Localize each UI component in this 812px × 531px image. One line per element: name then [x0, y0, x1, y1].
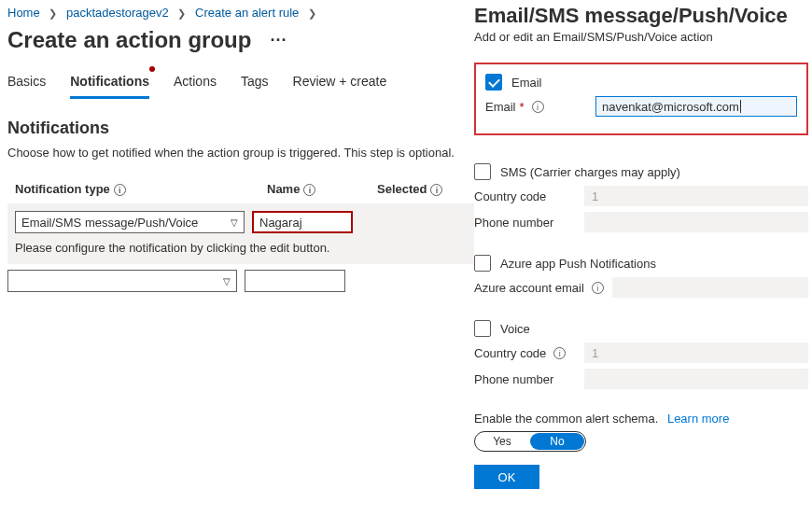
config-message: Please configure the notification by cli…	[15, 241, 467, 255]
sms-checkbox[interactable]	[474, 163, 491, 180]
breadcrumb-storage[interactable]: packtadestoragev2	[66, 6, 169, 20]
tabs: Basics Notifications Actions Tags Review…	[7, 66, 474, 100]
info-icon[interactable]: i	[114, 184, 126, 196]
notification-type-select-empty[interactable]: ▽	[7, 270, 237, 292]
email-input[interactable]: navenkat@microsoft.com	[595, 96, 797, 117]
voice-phone-label: Phone number	[474, 372, 577, 386]
info-icon[interactable]: i	[553, 347, 566, 359]
breadcrumb: Home ❯ packtadestoragev2 ❯ Create an ale…	[7, 4, 474, 25]
email-checkbox-label: Email	[511, 76, 542, 90]
voice-checkbox[interactable]	[474, 320, 491, 337]
info-icon[interactable]: i	[532, 101, 544, 113]
tab-notifications[interactable]: Notifications	[70, 66, 149, 99]
breadcrumb-alertrule[interactable]: Create an alert rule	[195, 6, 299, 20]
schema-toggle[interactable]: Yes No	[474, 431, 586, 452]
schema-section: Enable the common alert schema. Learn mo…	[474, 412, 812, 452]
push-email-input[interactable]	[612, 277, 808, 298]
notification-name-input[interactable]: Nagaraj	[252, 211, 353, 233]
voice-checkbox-label: Voice	[500, 322, 530, 336]
voice-country-code-label: Country code i	[474, 346, 577, 360]
push-email-label: Azure account email i	[474, 281, 605, 295]
chevron-right-icon: ❯	[308, 7, 316, 19]
notification-name-input-empty[interactable]	[245, 270, 345, 292]
panel-title: Email/SMS message/Push/Voice	[474, 0, 812, 28]
chevron-down-icon: ▽	[231, 217, 238, 228]
tab-basics[interactable]: Basics	[7, 66, 46, 99]
sms-country-code-label: Country code	[474, 189, 577, 203]
push-checkbox-label: Azure app Push Notifications	[500, 257, 656, 271]
info-icon[interactable]: i	[592, 282, 604, 294]
panel-subtitle: Add or edit an Email/SMS/Push/Voice acti…	[474, 30, 812, 44]
tab-tags[interactable]: Tags	[241, 66, 269, 99]
learn-more-link[interactable]: Learn more	[667, 412, 729, 426]
notification-type-select[interactable]: Email/SMS message/Push/Voice ▽	[15, 211, 245, 233]
sms-country-code-input[interactable]: 1	[584, 186, 808, 206]
more-menu-icon[interactable]: ···	[270, 31, 287, 50]
highlight-box: Email Email * i navenkat@microsoft.com	[474, 63, 808, 135]
push-checkbox[interactable]	[474, 255, 491, 272]
section-desc: Choose how to get notified when the acti…	[7, 146, 474, 160]
chevron-right-icon: ❯	[177, 7, 186, 19]
chevron-down-icon: ▽	[223, 276, 231, 286]
voice-phone-input[interactable]	[584, 369, 808, 389]
schema-toggle-yes[interactable]: Yes	[475, 432, 529, 451]
tab-actions[interactable]: Actions	[174, 66, 217, 99]
sms-phone-input[interactable]	[584, 212, 808, 232]
email-field-label: Email * i	[485, 100, 588, 114]
chevron-right-icon: ❯	[49, 7, 57, 19]
sms-phone-label: Phone number	[474, 216, 577, 230]
notifications-rows: Email/SMS message/Push/Voice ▽ Nagaraj P…	[7, 203, 474, 264]
table-row: Email/SMS message/Push/Voice ▽ Nagaraj	[15, 211, 467, 233]
page-title: Create an action group ···	[7, 27, 474, 53]
email-checkbox[interactable]	[485, 74, 502, 91]
tab-review[interactable]: Review + create	[293, 66, 387, 99]
ok-button[interactable]: OK	[474, 465, 539, 489]
sms-checkbox-label: SMS (Carrier charges may apply)	[500, 165, 680, 179]
info-icon[interactable]: i	[303, 184, 315, 196]
section-title: Notifications	[7, 119, 474, 138]
table-row-empty: ▽	[7, 270, 474, 292]
schema-toggle-no[interactable]: No	[530, 433, 584, 450]
voice-country-code-input[interactable]: 1	[584, 342, 808, 363]
breadcrumb-home[interactable]: Home	[7, 6, 40, 20]
table-header: Notification typei Namei Selectedi	[7, 182, 474, 203]
info-icon[interactable]: i	[430, 184, 442, 196]
tab-error-dot-icon	[149, 66, 155, 72]
